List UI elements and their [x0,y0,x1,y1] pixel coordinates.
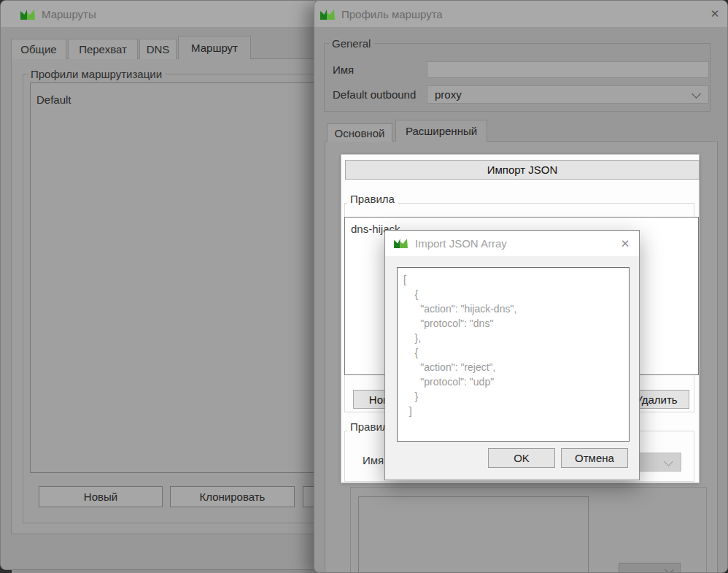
general-group-label: General [329,37,373,50]
new-profile-button[interactable]: Новый [39,486,163,507]
dialog-title: Import JSON Array [415,237,507,250]
tab-marshrut[interactable]: Маршрут [178,36,251,59]
window-title: Маршруты [42,8,96,20]
default-outbound-label: Default outbound [333,88,416,101]
tab-rasshirennyy[interactable]: Расширенный [395,120,487,142]
tab-obshchie[interactable]: Общие [11,39,66,59]
routing-profiles-group-label: Профили маршрутизации [28,68,165,80]
lower-select-disabled [619,563,681,573]
import-json-dialog: Import JSON Array ✕ [ { "action": "hijac… [384,230,640,480]
chevron-down-icon [665,565,674,573]
rules-group-label: Правила [347,193,398,205]
list-item-default[interactable]: Default [31,83,319,106]
routes-window: Маршруты Общие Перехват DNS Маршрут Проф… [0,0,319,570]
cancel-button[interactable]: Отмена [561,448,628,468]
close-icon[interactable]: ✕ [616,235,635,253]
window-title: Профиль маршрута [341,8,443,20]
profile-window-titlebar[interactable]: Профиль маршрута [314,1,727,27]
name-label: Имя [333,64,354,76]
dialog-titlebar[interactable]: Import JSON Array [385,231,639,256]
app-logo-icon [393,237,409,250]
ok-button[interactable]: OK [488,448,555,468]
tab-perekhvat[interactable]: Перехват [68,39,138,59]
routing-profiles-list[interactable]: Default [30,82,319,473]
tab-dns[interactable]: DNS [139,39,177,59]
clone-profile-button[interactable]: Клонировать [170,486,295,507]
chevron-down-icon [664,457,673,466]
import-json-button[interactable]: Импорт JSON [345,160,700,180]
default-outbound-value: proxy [435,88,462,101]
json-input-textarea[interactable]: [ { "action": "hijack-dns", "protocol": … [397,267,630,442]
routes-window-titlebar[interactable]: Маршруты [1,1,318,27]
name-input[interactable] [427,61,709,78]
app-logo-icon [20,8,36,20]
default-outbound-select[interactable]: proxy [427,85,709,104]
app-logo-icon [320,8,336,20]
chevron-down-icon [692,89,701,99]
tab-osnovnoy[interactable]: Основной [327,123,392,142]
lower-list-area [358,496,589,573]
close-icon[interactable]: ✕ [705,5,724,23]
rule-name-label: Имя [363,454,384,466]
